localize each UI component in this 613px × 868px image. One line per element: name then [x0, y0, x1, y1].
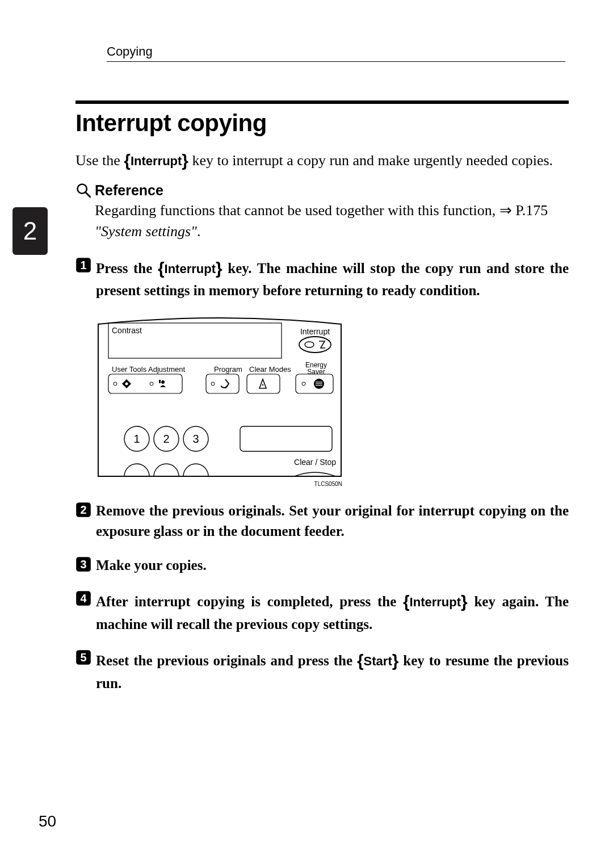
contrast-label: Contrast — [112, 326, 142, 335]
key-label: Interrupt — [165, 262, 216, 276]
text: P.175 — [512, 202, 548, 219]
reference-body: Regarding functions that cannot be used … — [95, 200, 569, 242]
step-number-icon: 1 — [75, 257, 91, 273]
svg-text:3: 3 — [80, 558, 86, 571]
text: Make your copies. — [96, 557, 207, 573]
svg-text:2: 2 — [80, 504, 86, 516]
svg-line-1 — [86, 192, 90, 197]
reference-heading: Reference — [75, 182, 569, 199]
arrow-icon: ⇒ — [499, 202, 512, 219]
reference-title: Reference — [95, 182, 163, 199]
text: Reset the previous originals and press t… — [96, 653, 357, 668]
clear-stop-label: Clear / Stop — [294, 458, 336, 467]
key-label: Start — [364, 654, 392, 668]
step-number-icon: 5 — [75, 649, 91, 665]
svg-text:5: 5 — [80, 651, 86, 664]
keypad-1: 1 — [133, 433, 140, 445]
section-rule — [75, 100, 569, 104]
text: . — [197, 223, 201, 240]
control-panel-figure: Contrast Interrupt User Tools Adjustment… — [95, 311, 569, 487]
section-title: Interrupt copying — [75, 110, 569, 137]
svg-point-6 — [299, 337, 331, 353]
step-5: 5 Reset the previous originals and press… — [75, 648, 569, 694]
key-label: Interrupt — [410, 595, 461, 609]
chapter-tab: 2 — [12, 207, 48, 255]
text: After interrupt copying is completed, pr… — [96, 594, 403, 609]
interrupt-label: Interrupt — [300, 327, 330, 336]
svg-point-18 — [262, 384, 263, 385]
user-tools-label: User Tools — [112, 365, 147, 374]
page-number: 50 — [39, 812, 56, 831]
svg-point-13 — [125, 382, 128, 385]
svg-rect-16 — [159, 380, 161, 383]
step-number-icon: 4 — [75, 590, 91, 606]
section-intro: Use the {Interrupt} key to interrupt a c… — [75, 148, 569, 173]
chapter-number: 2 — [23, 217, 37, 245]
program-label: Program — [214, 365, 242, 374]
divider — [107, 61, 565, 62]
step-number-icon: 2 — [75, 502, 91, 518]
text-italic: "System settings" — [95, 223, 197, 240]
text: key to interrupt a copy run and make urg… — [188, 152, 553, 169]
key-label: Interrupt — [131, 154, 182, 168]
text: Use the — [75, 152, 124, 169]
step-1: 1 Press the {Interrupt} key. The machine… — [75, 256, 569, 301]
text: Regarding functions that cannot be used … — [95, 202, 499, 219]
svg-point-15 — [161, 380, 165, 384]
step-4: 4 After interrupt copying is completed, … — [75, 589, 569, 635]
clear-modes-label: Clear Modes — [249, 365, 291, 374]
step-2: 2 Remove the previous originals. Set you… — [75, 501, 569, 542]
keypad-2: 2 — [163, 433, 169, 445]
saver-label: Saver — [307, 368, 325, 376]
running-head: Copying — [107, 44, 569, 59]
step-3: 3 Make your copies. — [75, 555, 569, 576]
svg-text:1: 1 — [80, 259, 86, 271]
adjustment-label: Adjustment — [148, 365, 185, 374]
keypad-3: 3 — [192, 433, 199, 445]
control-panel-svg: Contrast Interrupt User Tools Adjustment… — [95, 311, 345, 481]
figure-code: TLCS050N — [95, 481, 345, 487]
svg-text:4: 4 — [80, 592, 86, 605]
magnifier-icon — [75, 182, 91, 198]
step-number-icon: 3 — [75, 556, 91, 572]
text: Remove the previous originals. Set your … — [96, 503, 569, 539]
text: Press the — [96, 261, 158, 276]
